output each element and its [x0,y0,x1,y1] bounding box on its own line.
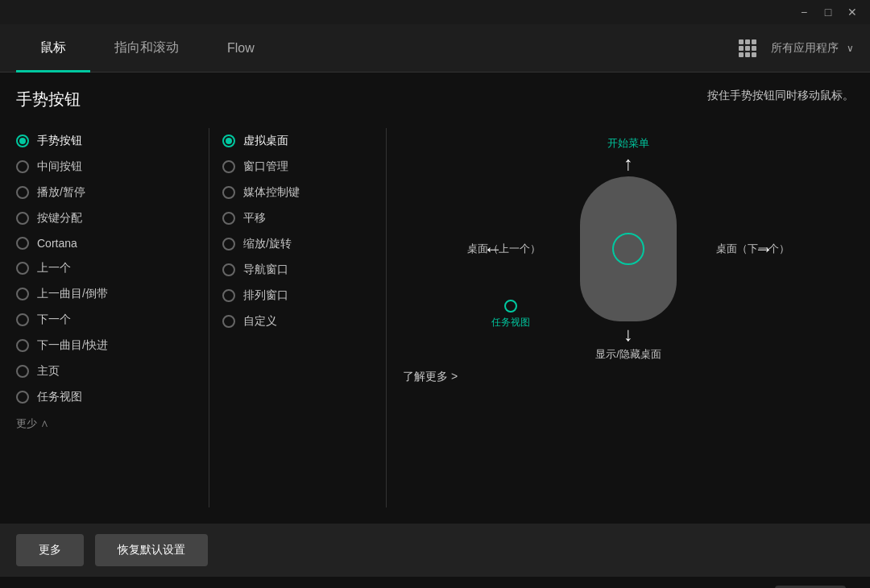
left-list-item-1[interactable]: 中间按钮 [16,154,196,180]
learn-more-button[interactable]: 了解更多 > [403,370,458,384]
left-list-item-10[interactable]: 任务视图 [16,384,196,410]
footer-right: 🔋 ⚡ 您的设备 什么值得买 [727,586,846,589]
radio-cortana [16,237,29,250]
middle-list-item-2[interactable]: 媒体控制键 [222,180,373,205]
radio-zoom-rotate [222,238,235,251]
radio-prev [16,262,29,275]
radio-key-assign [16,212,29,225]
left-list-item-2[interactable]: 播放/暂停 [16,180,196,205]
radio-prev-track [16,288,29,300]
section-title: 手势按钮 [16,89,81,110]
right-panel: 开始菜单 ↑ ↓ ← → 桌面（上一个） 桌面（下一个） [387,128,854,507]
minimize-button[interactable]: − [793,4,815,20]
radio-custom [222,315,235,328]
left-list-item-5[interactable]: 上一个 [16,255,196,281]
left-list-item-7[interactable]: 下一个 [16,307,196,333]
tab-right-area: 所有应用程序 ∨ [739,39,854,57]
left-list-item-9[interactable]: 主页 [16,358,196,384]
mouse-body [580,176,677,321]
radio-home [16,365,29,378]
reset-button[interactable]: 恢复默认设置 [95,534,208,566]
apps-chevron-icon[interactable]: ∨ [847,43,854,54]
apps-grid-icon [739,39,756,57]
middle-list-item-6[interactable]: 排列窗口 [222,283,373,308]
task-view-area: 任务视图 [491,300,530,329]
radio-virtual-desktop [222,135,235,147]
tab-mouse[interactable]: 鼠标 [16,24,90,72]
arrow-down-icon: ↓ [624,323,633,346]
radio-arrange-window [222,289,235,302]
mouse-diagram: 开始菜单 ↑ ↓ ← → 桌面（上一个） 桌面（下一个） [467,136,789,362]
section-description: 按住手势按钮同时移动鼠标。 [707,89,854,103]
apps-label: 所有应用程序 [771,41,839,56]
tab-flow[interactable]: Flow [203,24,279,72]
radio-media-keys [222,186,235,199]
more-button[interactable]: 更多 [16,534,84,566]
close-button[interactable]: ✕ [841,4,864,20]
maximize-button[interactable]: □ [817,4,839,20]
middle-list-item-3[interactable]: 平移 [222,205,373,231]
left-list-item-8[interactable]: 下一曲目/快进 [16,333,196,358]
arrow-up-icon: ↑ [624,152,633,175]
footer: logi Wireless Mobile Mouse MX Anywhere 2… [0,576,870,588]
radio-window-manage [222,160,235,173]
radio-gesture-btn [16,135,29,147]
title-bar: − □ ✕ [0,0,870,24]
tab-bar: 鼠标 指向和滚动 Flow 所有应用程序 ∨ [0,24,870,72]
show-less-button[interactable]: 更少 ∧ [16,416,196,431]
main-content: 手势按钮 按住手势按钮同时移动鼠标。 手势按钮 中间按钮 播放/暂停 按键分配 [0,72,870,524]
left-list-item-3[interactable]: 按键分配 [16,205,196,231]
middle-list-item-5[interactable]: 导航窗口 [222,257,373,283]
diagram-label-left: 桌面（上一个） [467,242,541,256]
tab-pointing[interactable]: 指向和滚动 [90,24,203,72]
diagram-label-bottom: 显示/隐藏桌面 [595,347,661,362]
middle-list-item-1[interactable]: 窗口管理 [222,154,373,180]
radio-task-view [16,391,29,404]
radio-next [16,313,29,326]
task-view-circle [504,300,517,313]
left-list-item-6[interactable]: 上一曲目/倒带 [16,281,196,307]
left-list-item-0[interactable]: 手势按钮 [16,128,196,154]
radio-play-pause [16,186,29,199]
radio-pan [222,212,235,225]
radio-next-track [16,339,29,352]
middle-list-item-7[interactable]: 自定义 [222,308,373,334]
bottom-toolbar: 更多 恢复默认设置 [0,524,870,576]
mouse-center-button [612,233,644,265]
middle-panel: 虚拟桌面 窗口管理 媒体控制键 平移 缩放/旋转 导航窗口 [209,128,387,507]
task-view-label: 任务视图 [491,316,530,329]
middle-list-item-0[interactable]: 虚拟桌面 [222,128,373,154]
diagram-label-top: 开始菜单 [607,136,649,151]
your-device-button[interactable]: 您的设备 什么值得买 [775,586,846,589]
radio-middle-btn [16,160,29,173]
radio-nav-window [222,263,235,276]
middle-list-item-4[interactable]: 缩放/旋转 [222,231,373,257]
diagram-label-right: 桌面（下一个） [716,242,789,256]
content-area: 手势按钮 中间按钮 播放/暂停 按键分配 Cortana 上一个 [16,128,854,507]
left-list-item-4[interactable]: Cortana [16,231,196,255]
left-panel: 手势按钮 中间按钮 播放/暂停 按键分配 Cortana 上一个 [16,128,209,507]
